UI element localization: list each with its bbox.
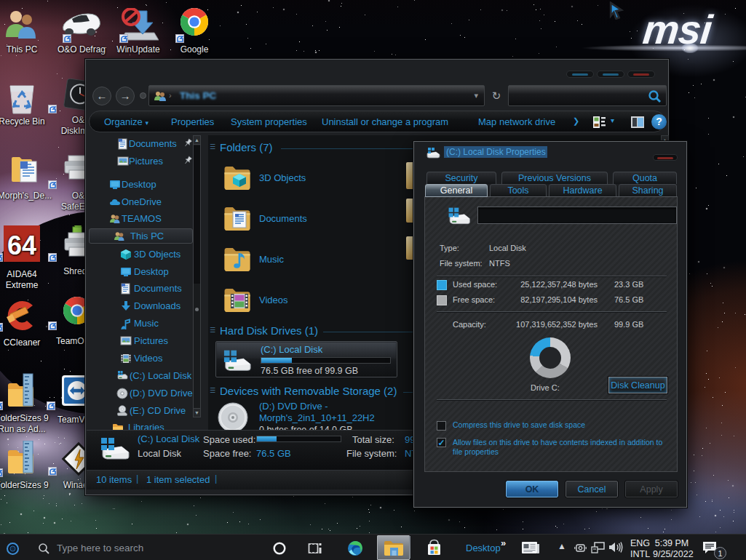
svg-text:64: 64 (7, 231, 36, 260)
